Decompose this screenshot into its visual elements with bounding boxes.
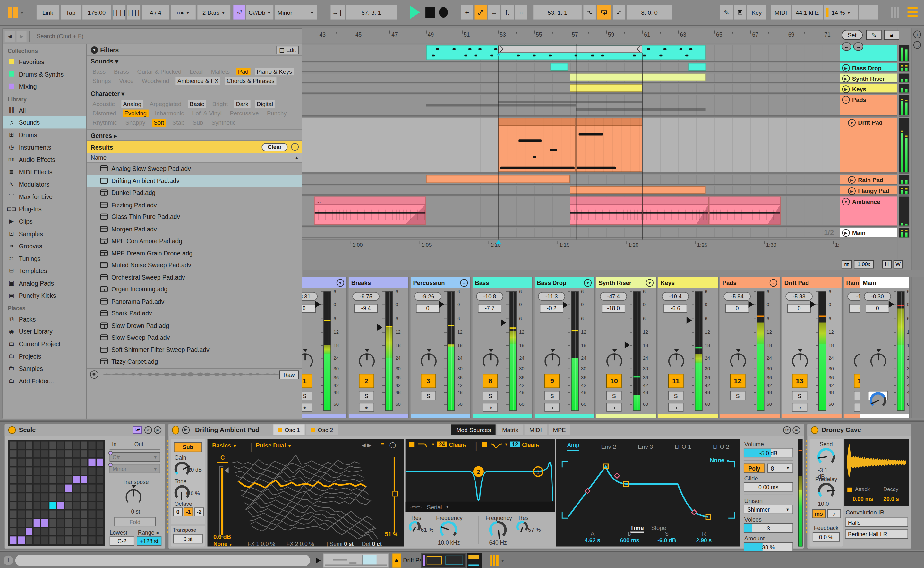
punch-in-button[interactable] <box>583 6 596 20</box>
scale-grid-cell[interactable] <box>57 511 64 518</box>
scale-grid-cell[interactable] <box>97 476 103 483</box>
sound-tag-woodwind[interactable]: Woodwind <box>140 77 171 85</box>
file-row[interactable]: Slow Drown Pad.adg <box>87 319 302 331</box>
scale-grid-cell[interactable] <box>73 476 80 483</box>
sidebar-item-plug-ins[interactable]: ⊏⊐Plug-Ins <box>3 202 86 215</box>
fader-value-field[interactable]: 0 <box>301 304 316 313</box>
arrangement-view[interactable]: 434547495153555759616365676971…1/21:001:… <box>301 28 840 270</box>
sound-tag-chords-phrases[interactable]: Chords & Phrases <box>225 77 276 85</box>
scale-grid-cell[interactable] <box>41 450 48 458</box>
scale-grid-cell[interactable] <box>49 511 56 518</box>
zoom-out-icon[interactable]: → <box>913 41 921 49</box>
arrangement-position-field[interactable]: 57. 3. 1 <box>346 6 397 20</box>
scale-grid-cell[interactable] <box>97 450 103 458</box>
scale-grid-cell[interactable] <box>81 528 88 535</box>
channel-group-icon[interactable]: ≡ <box>460 279 468 287</box>
track-number-button[interactable]: 12 <box>730 374 745 388</box>
poly-button[interactable]: Poly <box>744 464 765 473</box>
scale-grid-cell[interactable] <box>34 485 41 492</box>
channel-header[interactable]: Bass <box>473 276 532 289</box>
sounds-section-header[interactable]: Sounds ▾ <box>87 56 302 66</box>
octave-button-0[interactable]: 0 <box>173 508 183 517</box>
range-field[interactable]: +128 st <box>137 536 161 545</box>
monitor-arm-button[interactable]: ● <box>359 403 374 412</box>
record-button[interactable] <box>439 7 448 18</box>
device-activator[interactable] <box>811 426 818 434</box>
browser-forward-button[interactable]: ▶ <box>17 31 26 41</box>
track-play-icon[interactable]: ▶ <box>842 64 850 72</box>
scale-grid-cell[interactable] <box>34 476 41 483</box>
pan-knob[interactable] <box>606 353 623 369</box>
scale-grid-cell[interactable] <box>73 485 80 492</box>
scale-grid-cell[interactable] <box>65 459 72 466</box>
arrangement-clip[interactable] <box>570 74 642 82</box>
scale-grid-cell[interactable] <box>18 519 25 527</box>
scale-grid-cell[interactable] <box>73 467 80 475</box>
sound-tag-mallets[interactable]: Mallets <box>209 68 231 76</box>
sidebar-item-drums[interactable]: ⊞Drums <box>3 128 86 141</box>
character-tag-soft[interactable]: Soft <box>152 119 166 127</box>
scale-grid-cell[interactable] <box>57 536 64 544</box>
fader-value-field[interactable]: -9.4 <box>354 304 378 313</box>
wt-position-slider[interactable] <box>219 467 223 537</box>
scale-grid-cell[interactable] <box>49 536 56 544</box>
track-play-icon[interactable]: ▶ <box>842 85 850 93</box>
scale-grid-cell[interactable] <box>97 485 103 492</box>
scale-grid-cell[interactable] <box>57 467 64 475</box>
peak-level-badge[interactable]: -47.4 <box>600 292 627 301</box>
scale-grid-cell[interactable] <box>73 519 80 527</box>
pencil-mode-button[interactable]: + <box>461 6 473 20</box>
octave-button--2[interactable]: -2 <box>194 508 204 517</box>
track-lane-bass-drop[interactable] <box>301 63 840 73</box>
octave-button--1[interactable]: -1 <box>184 508 193 517</box>
file-row[interactable]: MPE Con Amore Pad.adg <box>87 235 302 247</box>
monitor-arm-button[interactable]: ◑ <box>668 403 684 412</box>
transpose-knob[interactable] <box>126 489 141 505</box>
file-row[interactable]: Panorama Pad.adv <box>87 295 302 307</box>
scale-grid-cell[interactable] <box>89 476 95 483</box>
scale-grid-cell[interactable] <box>41 536 48 544</box>
pan-knob[interactable] <box>483 353 498 369</box>
channel-group-icon[interactable]: ≡ <box>769 279 777 287</box>
cue-volume-knob[interactable] <box>870 392 886 408</box>
scale-grid-cell[interactable] <box>73 502 80 509</box>
arrangement-clip[interactable] <box>709 196 781 225</box>
scale-grid-cell[interactable] <box>57 502 64 509</box>
peak-level-badge[interactable]: -8.31 <box>301 292 318 301</box>
wt-prev-icon[interactable]: ◀ ▶ <box>362 442 371 448</box>
bar-ruler[interactable]: 434547495153555759616365676971 <box>301 28 840 44</box>
character-tag-inharmonic[interactable]: Inharmonic <box>153 110 186 117</box>
scale-grid-cell[interactable] <box>10 459 17 466</box>
wt-list-icon[interactable]: ≡ <box>380 441 384 448</box>
scale-grid-cell[interactable] <box>97 536 103 544</box>
channel-header[interactable]: Pads≡ <box>720 276 780 289</box>
loop-length-field[interactable]: 8. 0. 0 <box>627 6 672 20</box>
preview-headphone-icon[interactable] <box>90 370 98 379</box>
scale-grid-cell[interactable] <box>65 536 72 544</box>
scale-grid-cell[interactable] <box>26 485 32 492</box>
scale-grid-cell[interactable] <box>65 467 72 475</box>
track-header-keys[interactable]: ▶Keys <box>840 84 897 94</box>
wt-gain-value[interactable]: 0.0 dB <box>214 533 231 540</box>
pan-knob[interactable] <box>870 353 886 369</box>
scale-grid-cell[interactable] <box>18 502 25 509</box>
file-row[interactable]: Analog Slow Sweep Pad.adv <box>87 163 302 175</box>
search-input[interactable]: Search (Cmd + F) <box>33 31 302 41</box>
character-tag-synthetic[interactable]: Synthetic <box>209 119 238 127</box>
fader-handle[interactable] <box>889 301 894 308</box>
lock-envelopes-button[interactable]: 🔒︎ <box>884 30 899 40</box>
name-column-header[interactable]: Name▲ <box>87 153 302 163</box>
scale-grid-cell[interactable] <box>10 502 17 509</box>
track-width-button[interactable]: W <box>893 260 903 269</box>
track-header-pads[interactable]: ≡Pads <box>840 95 897 117</box>
scale-grid-cell[interactable] <box>73 493 80 501</box>
predelay-sync-button[interactable]: ♪ <box>827 509 841 518</box>
scale-grid-cell[interactable] <box>18 459 25 466</box>
sidebar-item-punchy-kicks[interactable]: ▣Punchy Kicks <box>3 289 86 302</box>
sub-button[interactable]: Sub <box>174 442 202 452</box>
scale-grid-cell[interactable] <box>10 493 17 501</box>
env-tab-lfo-1[interactable]: LFO 1 <box>675 443 691 449</box>
scale-grid-cell[interactable] <box>34 442 41 449</box>
punch-out-button[interactable] <box>613 6 625 20</box>
arrangement-clip[interactable] <box>570 186 706 193</box>
